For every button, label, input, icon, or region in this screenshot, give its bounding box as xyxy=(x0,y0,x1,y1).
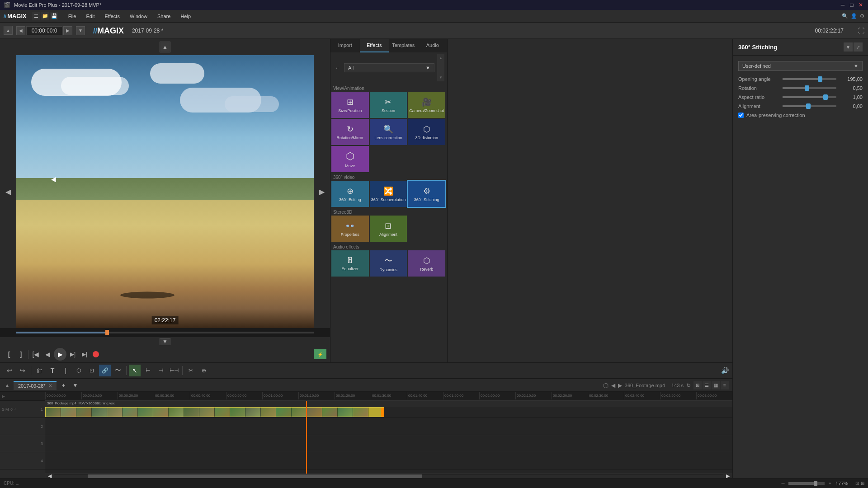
scrubber-bar[interactable] xyxy=(0,328,330,337)
collapse-btn[interactable]: ⬡ xyxy=(603,382,609,389)
marker-btn[interactable]: | xyxy=(60,365,71,376)
cut-tool[interactable]: ⊢ xyxy=(142,365,154,376)
undo-btn[interactable]: ↩ xyxy=(4,365,15,376)
effect-rotation-mirror[interactable]: ↻ Rotation/Mirror xyxy=(331,119,369,145)
prev-frame-btn[interactable]: ◀ xyxy=(42,349,53,360)
wave-btn[interactable]: 〜 xyxy=(112,365,124,376)
scrollbar-thumb[interactable] xyxy=(88,474,422,478)
add-timeline-btn[interactable]: + xyxy=(59,381,68,390)
mark-in-btn[interactable]: [ xyxy=(4,349,14,360)
timeline-more-btn[interactable]: ▼ xyxy=(71,381,80,390)
fullscreen-icon[interactable]: ⛶ xyxy=(858,27,864,34)
menu-help[interactable]: Help xyxy=(176,12,195,21)
nav-up-btn[interactable]: ▲ xyxy=(4,26,13,35)
timeline-nav-forward[interactable]: ▶ xyxy=(618,382,622,389)
effect-move[interactable]: ⬡ Move xyxy=(331,146,369,172)
scroll-left-btn[interactable]: ◀ xyxy=(45,474,54,479)
chain-btn[interactable]: 🔗 xyxy=(99,365,111,376)
stitching-collapse-btn[interactable]: ▼ xyxy=(844,42,853,52)
effects-filter-select[interactable]: All ▼ xyxy=(344,63,434,72)
timeline-tab-close[interactable]: ✕ xyxy=(48,383,52,388)
play-btn[interactable]: ▶ xyxy=(54,348,66,361)
menu-icon-3[interactable]: 💾 xyxy=(50,12,58,20)
effects-scroll-up-btn[interactable]: ▲ ▼ xyxy=(437,54,444,81)
tab-templates[interactable]: Templates xyxy=(389,39,418,52)
preview-down-btn[interactable]: ▼ xyxy=(160,338,170,345)
preview-left-btn[interactable]: ◀ xyxy=(0,55,16,328)
next-frame-btn[interactable]: ▶] xyxy=(67,349,78,360)
effect-lens-correction[interactable]: 🔍 Lens correction xyxy=(370,119,407,145)
search-icon[interactable]: 🔍 xyxy=(842,13,848,19)
menu-effects[interactable]: Effects xyxy=(100,12,124,21)
mark-out-btn[interactable]: ] xyxy=(15,349,26,360)
menu-window[interactable]: Window xyxy=(125,12,152,21)
alignment-slider[interactable] xyxy=(783,105,836,107)
menu-share[interactable]: Share xyxy=(153,12,175,21)
boost-btn[interactable]: ⚡ xyxy=(314,349,326,359)
menu-icon-1[interactable]: ☰ xyxy=(32,12,40,20)
zoom-out-btn[interactable]: ─ xyxy=(779,481,787,486)
preset-select[interactable]: User-defined ▼ xyxy=(738,61,863,71)
preview-up-btn[interactable]: ▲ xyxy=(160,42,170,52)
effect-properties[interactable]: 👓 Properties xyxy=(331,216,369,242)
timecode-left[interactable]: 00:00:00:0 xyxy=(26,26,62,35)
view-settings-btn[interactable]: ≡ xyxy=(721,381,729,389)
tab-audio[interactable]: Audio xyxy=(418,39,448,52)
area-preserving-checkbox[interactable] xyxy=(738,113,744,118)
aspect-ratio-slider[interactable] xyxy=(783,96,836,98)
zoom-thumb[interactable] xyxy=(814,481,817,486)
effects-btn[interactable]: ⬡ xyxy=(73,365,85,376)
maximize-button[interactable]: □ xyxy=(848,1,855,9)
timeline-sync-btn[interactable]: ↻ xyxy=(686,382,691,389)
timeline-scrollbar[interactable]: ◀ ▶ xyxy=(45,474,732,478)
prev-mark-btn[interactable]: [◀ xyxy=(30,349,41,360)
effect-size-position[interactable]: ⊞ Size/Position xyxy=(331,92,369,118)
tab-effects[interactable]: Effects xyxy=(360,39,389,52)
zoom-slider[interactable] xyxy=(788,482,825,485)
opening-angle-slider[interactable] xyxy=(783,78,836,80)
minimize-button[interactable]: ─ xyxy=(839,1,846,9)
timeline-view-btn[interactable]: ⊞ xyxy=(861,481,864,486)
effect-360-scenerotation[interactable]: 🔀 360° Scenerotation xyxy=(370,181,407,207)
slip-tool[interactable]: ⊢⊣ xyxy=(168,365,180,376)
effect-dynamics[interactable]: 〜 Dynamics xyxy=(370,250,407,277)
redo-btn[interactable]: ↪ xyxy=(17,365,28,376)
user-icon[interactable]: 👤 xyxy=(851,13,857,19)
tab-import[interactable]: Import xyxy=(330,39,360,52)
aspect-ratio-thumb[interactable] xyxy=(823,94,828,100)
effects-back-btn[interactable]: ← xyxy=(333,63,342,72)
insert-tool[interactable]: ⊕ xyxy=(198,365,210,376)
menu-icon-2[interactable]: 📁 xyxy=(41,12,49,20)
opening-angle-thumb[interactable] xyxy=(818,76,822,82)
nav-left-btn[interactable]: ◀ xyxy=(16,26,25,35)
stitching-expand-btn[interactable]: ⤢ xyxy=(854,42,863,52)
close-button[interactable]: ✕ xyxy=(857,1,864,9)
timeline-tab[interactable]: 2017-09-28* ✕ xyxy=(14,381,57,390)
effect-reverb[interactable]: ⬡ Reverb xyxy=(408,250,445,277)
menu-file[interactable]: File xyxy=(64,12,81,21)
track-clip-1[interactable] xyxy=(45,407,384,417)
record-btn[interactable] xyxy=(93,351,99,357)
nav-down-btn[interactable]: ▼ xyxy=(76,26,85,35)
transition-btn[interactable]: ⊡ xyxy=(86,365,98,376)
view-grid-btn[interactable]: ⊞ xyxy=(693,381,702,389)
next-mark-btn[interactable]: ▶| xyxy=(79,349,90,360)
view-list-btn[interactable]: ☰ xyxy=(703,381,711,389)
scrollbar-track[interactable] xyxy=(54,474,723,478)
effect-section[interactable]: ✂ Section xyxy=(370,92,407,118)
view-more-btn[interactable]: ▦ xyxy=(712,381,720,389)
effect-360-editing[interactable]: ⊕ 360° Editing xyxy=(331,181,369,207)
scissors-tool[interactable]: ✂ xyxy=(185,365,197,376)
effect-camera-zoom[interactable]: 🎥 Camera/Zoom shot xyxy=(408,92,445,118)
collapse-timeline-btn[interactable]: ▲ xyxy=(4,382,11,389)
effect-360-stitching[interactable]: ⚙ 360° Stitching xyxy=(408,181,445,207)
timeline-nav-back[interactable]: ◀ xyxy=(611,382,615,389)
delete-btn[interactable]: 🗑 xyxy=(33,365,45,376)
nav-right-btn[interactable]: ▶ xyxy=(63,26,72,35)
text-btn[interactable]: T xyxy=(47,365,58,376)
preview-right-btn[interactable]: ▶ xyxy=(314,55,330,328)
scrubber-thumb[interactable] xyxy=(105,330,109,335)
effect-equalizer[interactable]: 🎚 Equalizer xyxy=(331,250,369,277)
effect-alignment[interactable]: ⊡ Alignment xyxy=(370,216,407,242)
rotation-thumb[interactable] xyxy=(805,85,809,91)
